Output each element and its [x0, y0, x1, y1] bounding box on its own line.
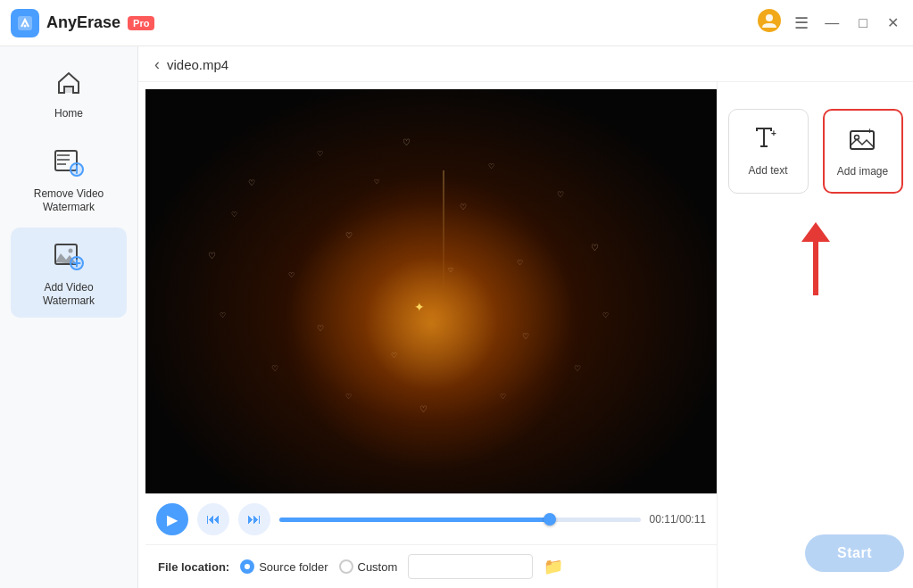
maximize-button[interactable]: □ [855, 13, 871, 33]
tools-row: + Add text + [728, 109, 903, 194]
svg-point-10 [69, 248, 73, 253]
add-text-icon: + [753, 124, 784, 157]
app-logo [11, 9, 39, 37]
video-frame: ♡ ♡ ♡ ♡ ♡ ♡ ♡ ♡ ♡ ♡ ♡ ♡ ♡ [145, 89, 717, 493]
video-tools-row: ♡ ♡ ♡ ♡ ♡ ♡ ♡ ♡ ♡ ♡ ♡ ♡ ♡ [138, 82, 913, 588]
account-icon[interactable] [757, 8, 782, 37]
add-text-button[interactable]: + Add text [728, 109, 809, 194]
add-image-button[interactable]: + Add image [823, 109, 903, 194]
minimize-button[interactable]: — [821, 13, 842, 33]
forward-button[interactable]: ⏭ [238, 503, 270, 535]
sidebar-item-add-watermark-label: Add VideoWatermark [43, 281, 95, 309]
svg-point-1 [24, 24, 27, 27]
app-branding: AnyErase Pro [11, 9, 154, 37]
app-name: AnyErase [46, 13, 120, 32]
sidebar-item-remove-watermark-label: Remove VideoWatermark [34, 187, 104, 215]
arrow-head [801, 222, 830, 242]
source-folder-radio[interactable] [240, 559, 254, 574]
custom-path-input[interactable] [408, 554, 533, 579]
folder-browse-button[interactable]: 📁 [544, 557, 563, 576]
svg-rect-4 [65, 87, 72, 93]
progress-knob[interactable] [544, 513, 556, 526]
add-text-label: Add text [748, 164, 787, 177]
sidebar-item-home-label: Home [54, 107, 83, 121]
start-button[interactable]: Start [805, 534, 904, 572]
arrow-indicator [801, 224, 830, 295]
svg-text:+: + [867, 127, 872, 136]
add-image-label: Add image [837, 165, 888, 178]
custom-radio[interactable] [339, 559, 353, 574]
file-title: video.mp4 [167, 57, 228, 72]
arrow-shaft [813, 242, 818, 295]
tools-panel: + Add text + [717, 82, 913, 588]
progress-bar[interactable] [279, 518, 641, 522]
custom-option[interactable]: Custom [339, 559, 398, 574]
file-location-label: File location: [158, 560, 229, 574]
play-button[interactable]: ▶ [156, 503, 188, 535]
sidebar-item-add-watermark[interactable]: Add VideoWatermark [11, 228, 127, 318]
sidebar-item-home[interactable]: Home [11, 55, 127, 130]
video-controls: ▶ ⏮ ⏭ 00:11/00:11 [145, 493, 717, 544]
titlebar: AnyErase Pro ☰ — □ ✕ [0, 0, 913, 46]
add-watermark-icon [53, 240, 85, 276]
svg-point-3 [766, 14, 773, 21]
remove-watermark-icon [53, 146, 85, 182]
start-button-area: Start [805, 534, 904, 572]
progress-fill [279, 518, 550, 522]
home-icon [54, 68, 84, 102]
menu-icon[interactable]: ☰ [794, 13, 809, 33]
breadcrumb: ‹ video.mp4 [138, 46, 913, 82]
window-controls: ☰ — □ ✕ [757, 8, 902, 37]
back-button[interactable]: ‹ [154, 55, 160, 74]
content-area: ‹ video.mp4 ♡ [138, 46, 913, 588]
file-location-bar: File location: Source folder Custom 📁 [145, 544, 717, 588]
video-container: ♡ ♡ ♡ ♡ ♡ ♡ ♡ ♡ ♡ ♡ ♡ ♡ ♡ [145, 89, 717, 493]
custom-label: Custom [358, 560, 398, 574]
close-button[interactable]: ✕ [884, 12, 902, 33]
video-section: ♡ ♡ ♡ ♡ ♡ ♡ ♡ ♡ ♡ ♡ ♡ ♡ ♡ [138, 82, 717, 588]
rewind-button[interactable]: ⏮ [197, 503, 229, 535]
sparkles: ♡ ♡ ♡ ♡ ♡ ♡ ♡ ♡ ♡ ♡ ♡ ♡ ♡ [145, 89, 717, 493]
sidebar-item-remove-watermark[interactable]: Remove VideoWatermark [11, 134, 127, 224]
radio-inner [245, 564, 250, 569]
time-display: 00:11/00:11 [650, 513, 706, 526]
source-folder-option[interactable]: Source folder [240, 559, 328, 574]
pro-badge: Pro [128, 16, 154, 30]
add-image-icon: + [848, 125, 878, 158]
source-folder-label: Source folder [259, 560, 328, 574]
svg-text:+: + [771, 128, 776, 138]
main-layout: Home Remove VideoWatermark [0, 46, 913, 588]
sidebar: Home Remove VideoWatermark [0, 46, 138, 588]
